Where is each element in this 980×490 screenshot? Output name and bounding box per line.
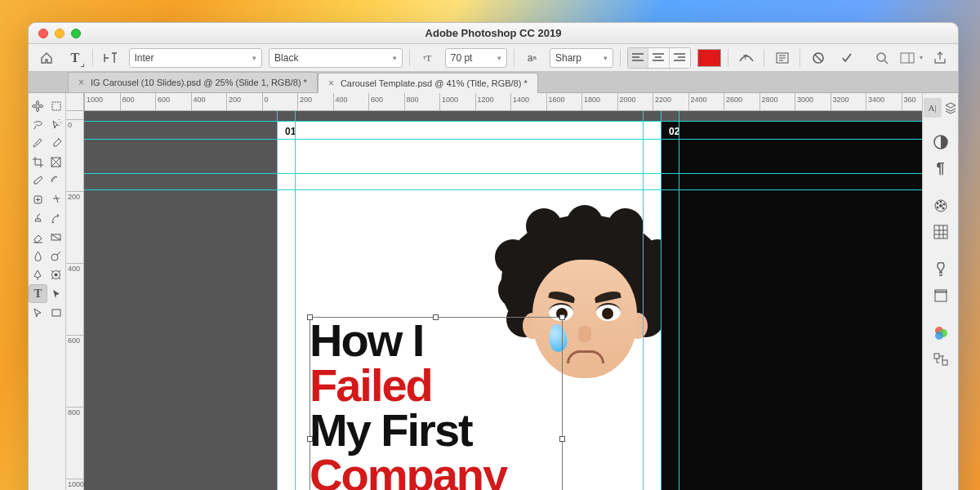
color-panel-icon[interactable] bbox=[928, 320, 954, 346]
canvas-stage[interactable]: 01 bbox=[84, 111, 922, 490]
layers-panel-icon[interactable] bbox=[943, 98, 958, 118]
resize-handle[interactable] bbox=[559, 314, 565, 320]
libraries-panel-icon[interactable] bbox=[928, 283, 954, 309]
ruler-tool[interactable] bbox=[47, 172, 66, 190]
commit-edit-button[interactable] bbox=[835, 47, 858, 69]
adjustments-panel-icon[interactable] bbox=[928, 129, 954, 155]
direct-select-tool[interactable] bbox=[29, 303, 47, 322]
guide-vertical[interactable] bbox=[679, 111, 679, 490]
properties-panel-icon[interactable] bbox=[928, 346, 954, 372]
crop-tool[interactable] bbox=[29, 153, 47, 172]
font-size-value: 70 pt bbox=[451, 52, 473, 64]
options-bar: T Inter▾ Black▾ тT 70 pt▾ aa Sharp▾ T ▾ bbox=[29, 44, 958, 72]
paragraph-panel-icon[interactable]: ¶ bbox=[928, 155, 954, 181]
document-tab-active[interactable]: × Carousel Template.psd @ 41% (Title, RG… bbox=[318, 73, 538, 93]
svg-point-3 bbox=[877, 53, 885, 61]
chevron-down-icon: ▾ bbox=[604, 54, 608, 62]
align-right-button[interactable] bbox=[670, 48, 690, 68]
artboard-tool[interactable] bbox=[47, 96, 66, 115]
patterns-panel-icon[interactable] bbox=[928, 219, 954, 245]
workspace-button[interactable]: ▾ bbox=[900, 47, 923, 69]
search-button[interactable] bbox=[871, 47, 893, 69]
separator bbox=[92, 49, 93, 67]
type-tool-active[interactable]: T bbox=[29, 284, 47, 303]
font-family-select[interactable]: Inter▾ bbox=[129, 48, 263, 68]
text-orientation-button[interactable] bbox=[100, 47, 122, 69]
blur-tool[interactable] bbox=[29, 247, 47, 265]
resize-handle[interactable] bbox=[307, 314, 313, 320]
vertical-ruler[interactable]: 02004006008001000 bbox=[66, 111, 84, 490]
lasso-tool[interactable] bbox=[29, 115, 47, 134]
brush-tool[interactable] bbox=[29, 134, 47, 153]
frame-tool[interactable] bbox=[47, 153, 66, 172]
resize-handle[interactable] bbox=[559, 436, 565, 442]
curvature-tool[interactable] bbox=[47, 265, 66, 284]
character-panel-icon[interactable]: A| bbox=[924, 98, 942, 118]
app-window: Adobe Photoshop CC 2019 T Inter▾ Black▾ … bbox=[28, 22, 959, 490]
swatches-panel-icon[interactable] bbox=[928, 193, 954, 219]
artboard-01[interactable]: 01 bbox=[277, 121, 661, 490]
svg-point-26 bbox=[935, 332, 943, 340]
resize-handle[interactable] bbox=[433, 314, 439, 320]
type-tool-icon: T bbox=[64, 47, 86, 69]
tab-label: Carousel Template.psd @ 41% (Title, RGB/… bbox=[341, 78, 528, 88]
svg-rect-22 bbox=[935, 292, 947, 301]
align-left-button[interactable] bbox=[628, 48, 648, 68]
eyedropper-tool-2[interactable] bbox=[29, 172, 47, 190]
document-tab[interactable]: × IG Carousel (10 Slides).psd @ 25% (Sli… bbox=[68, 72, 318, 92]
svg-rect-12 bbox=[52, 310, 60, 316]
healing-brush-tool[interactable] bbox=[29, 190, 47, 209]
clone-stamp-tool[interactable] bbox=[29, 209, 47, 228]
svg-point-20 bbox=[936, 203, 938, 205]
cancel-edit-button[interactable] bbox=[807, 47, 829, 69]
artboards: 01 bbox=[277, 121, 922, 490]
close-tab-icon[interactable]: × bbox=[78, 77, 84, 88]
canvas-area: 1000800600400200020040060080010001200140… bbox=[66, 93, 922, 490]
learn-panel-icon[interactable] bbox=[928, 256, 954, 283]
character-panel-button[interactable] bbox=[771, 47, 793, 69]
svg-point-9 bbox=[51, 254, 58, 261]
svg-point-17 bbox=[942, 203, 945, 206]
svg-point-19 bbox=[936, 207, 938, 209]
guide-vertical[interactable] bbox=[295, 111, 296, 490]
guide-vertical[interactable] bbox=[643, 111, 644, 490]
path-select-tool[interactable] bbox=[47, 284, 65, 303]
dodge-tool[interactable] bbox=[47, 247, 66, 265]
separator bbox=[800, 49, 800, 67]
guide-horizontal[interactable] bbox=[84, 139, 922, 140]
font-family-value: Inter bbox=[135, 52, 154, 64]
rectangle-tool[interactable] bbox=[47, 303, 66, 322]
work-area: T A| ¶ 100080060040020002004006008001000… bbox=[29, 93, 958, 490]
guide-vertical[interactable] bbox=[277, 111, 278, 490]
separator bbox=[620, 49, 621, 67]
align-center-button[interactable] bbox=[648, 48, 669, 68]
home-button[interactable] bbox=[35, 47, 57, 69]
eraser-tool[interactable] bbox=[29, 228, 47, 247]
share-button[interactable] bbox=[929, 47, 951, 69]
guide-horizontal[interactable] bbox=[84, 173, 922, 174]
warp-text-button[interactable]: T bbox=[735, 47, 757, 69]
history-brush-tool[interactable] bbox=[47, 209, 66, 228]
antialias-icon: aa bbox=[521, 47, 543, 69]
content-aware-tool[interactable] bbox=[47, 190, 66, 209]
pen-tool[interactable] bbox=[29, 265, 47, 284]
resize-handle[interactable] bbox=[307, 436, 313, 442]
guide-horizontal[interactable] bbox=[84, 121, 922, 122]
text-bounding-box[interactable] bbox=[310, 317, 563, 490]
close-tab-icon[interactable]: × bbox=[328, 78, 334, 89]
svg-point-11 bbox=[55, 274, 58, 277]
text-color-swatch[interactable] bbox=[697, 49, 721, 67]
eyedropper-tool[interactable] bbox=[47, 134, 66, 153]
antialias-select[interactable]: Sharp▾ bbox=[550, 48, 613, 68]
font-size-select[interactable]: 70 pt▾ bbox=[445, 48, 507, 68]
svg-rect-5 bbox=[52, 102, 60, 110]
move-tool[interactable] bbox=[29, 96, 47, 115]
horizontal-ruler[interactable]: 1000800600400200020040060080010001200140… bbox=[84, 93, 922, 111]
guide-vertical[interactable] bbox=[661, 111, 662, 490]
guide-horizontal[interactable] bbox=[84, 189, 922, 190]
quick-select-tool[interactable] bbox=[47, 115, 66, 134]
artboard-02[interactable]: 02 bbox=[661, 121, 922, 490]
separator bbox=[764, 49, 764, 67]
gradient-tool[interactable] bbox=[47, 228, 66, 247]
font-style-select[interactable]: Black▾ bbox=[269, 48, 403, 68]
